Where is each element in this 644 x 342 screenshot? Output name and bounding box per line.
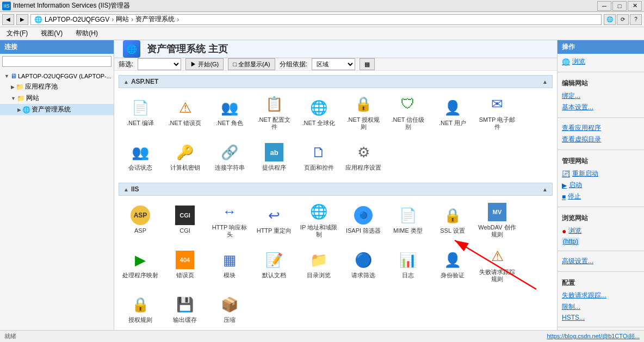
- provider-icon: ab: [265, 143, 283, 161]
- dir-browse-icon: 📁: [310, 252, 327, 269]
- left-panel-header: 连接: [0, 40, 114, 54]
- maximize-button[interactable]: □: [612, 1, 627, 11]
- icon-net-user[interactable]: 👤 .NET 用户: [431, 90, 474, 134]
- back-button[interactable]: ◀: [2, 14, 14, 25]
- icon-module[interactable]: ▦ 模块: [208, 242, 251, 286]
- icon-isapi-filter[interactable]: 🔵 ISAPI 筛选器: [342, 198, 385, 241]
- filter-start-btn[interactable]: ▶ 开始(G): [185, 58, 224, 70]
- net-role-label: .NET 角色: [216, 120, 243, 127]
- menu-file[interactable]: 文件(F): [2, 28, 32, 39]
- icon-http-redirect[interactable]: ↩ HTTP 重定向: [252, 198, 296, 241]
- ip-restrict-label: IP 地址和域限制: [300, 224, 338, 238]
- icon-pages-controls[interactable]: 🗋 页面和控件: [297, 135, 340, 178]
- icon-box-asp: ASP: [129, 204, 151, 226]
- addr-icon-1[interactable]: 🌐: [604, 14, 616, 25]
- status-bar: 就绪 https://blog.csdn.net/@b1CTOi頻...: [0, 330, 644, 342]
- icon-net-config[interactable]: 📋 .NET 配置文件: [252, 90, 296, 134]
- right-link-start[interactable]: ▶ 启动: [562, 179, 640, 191]
- left-search-input[interactable]: [2, 56, 112, 67]
- icon-box-isapi-filter: 🔵: [352, 204, 374, 226]
- icon-cgi[interactable]: CGI CGI: [163, 198, 207, 241]
- icon-net-auth[interactable]: 🔒 .NET 授权规则: [342, 90, 385, 134]
- filter-dropdown[interactable]: [138, 58, 181, 70]
- filter-group-dropdown[interactable]: 区域: [312, 58, 355, 70]
- icon-fail-req[interactable]: ⚠ 失败请求跟踪规则: [475, 242, 519, 286]
- tree-item-assets[interactable]: ▶ 🌐 资产管理系统: [0, 104, 114, 115]
- advanced-label: 高级设置...: [562, 257, 593, 266]
- tree-area: ▼ 🖥 LAPTOP-O2UQFGGV (LAPTOP-... ▶ 📁 应用程序…: [0, 69, 114, 330]
- tree-item-server[interactable]: ▼ 🖥 LAPTOP-O2UQFGGV (LAPTOP-...: [0, 71, 114, 81]
- icon-connection-str[interactable]: 🔗 连接字符串: [208, 135, 251, 178]
- section-collapse-iis[interactable]: ▲: [542, 186, 548, 192]
- fail-trace-label: 失败请求跟踪...: [562, 291, 606, 300]
- icon-asp[interactable]: ASP ASP: [119, 198, 162, 241]
- right-link-advanced[interactable]: 高级设置...: [562, 256, 640, 267]
- ip-restrict-icon: 🌐: [310, 203, 327, 220]
- section-collapse-aspnet[interactable]: ▲: [542, 79, 548, 85]
- right-link-browse-site[interactable]: 浏览: [568, 225, 581, 237]
- forward-button[interactable]: ▶: [16, 14, 28, 25]
- icon-ssl[interactable]: 🔒 SSL 设置: [431, 198, 474, 241]
- menu-bar: 文件(F) 视图(V) 帮助(H): [0, 27, 644, 40]
- icon-session[interactable]: 👥 会话状态: [119, 135, 162, 178]
- icon-net-role[interactable]: 👥 .NET 角色: [208, 90, 251, 134]
- net-trust-label: .NET 信任级别: [389, 116, 427, 130]
- right-link-fail-trace[interactable]: 失败请求跟踪...: [562, 290, 640, 301]
- icon-error-page[interactable]: 404 错误页: [163, 242, 207, 286]
- module-label: 模块: [224, 272, 236, 279]
- output-cache-icon: 💾: [176, 296, 194, 313]
- icon-auth[interactable]: 👤 身份验证: [431, 242, 474, 286]
- section-header-aspnet[interactable]: ▲ ASP.NET ▲: [119, 75, 553, 88]
- right-link-http[interactable]: (http): [562, 237, 640, 246]
- icon-webdav[interactable]: MV WebDAV 创作规则: [475, 198, 519, 241]
- filter-view-btn[interactable]: ▦: [360, 58, 375, 70]
- tree-item-websites[interactable]: ▼ 📁 网站: [0, 92, 114, 104]
- icon-req-filter[interactable]: 🔵 请求筛选: [342, 242, 385, 286]
- right-divider-2: [558, 117, 644, 118]
- right-link-limit[interactable]: 限制...: [562, 301, 640, 313]
- icon-machine-key[interactable]: 🔑 计算机密钥: [163, 135, 207, 178]
- pages-controls-icon: 🗋: [312, 144, 326, 161]
- right-link-hsts[interactable]: HSTS...: [562, 313, 640, 322]
- filter-all-btn[interactable]: □ 全部显示(A): [228, 58, 275, 70]
- right-link-view-vdirs[interactable]: 查看虚拟目录: [562, 134, 640, 145]
- right-link-basic-settings[interactable]: 基本设置...: [562, 102, 640, 113]
- icon-net-compile[interactable]: 📄 .NET 编译: [119, 90, 162, 134]
- right-link-browse[interactable]: 🌐 浏览: [562, 56, 640, 67]
- addr-icon-3[interactable]: ?: [630, 14, 642, 25]
- icon-http-headers[interactable]: ↔ HTTP 响应标头: [208, 198, 251, 241]
- right-link-view-apps[interactable]: 查看应用程序: [562, 122, 640, 134]
- address-path[interactable]: 🌐 LAPTOP-O2UQFGGV › 网站 › 资产管理系统 ›: [30, 14, 602, 25]
- icon-output-cache[interactable]: 💾 输出缓存: [163, 287, 207, 330]
- icon-dir-browse[interactable]: 📁 目录浏览: [297, 242, 340, 286]
- minimize-button[interactable]: ─: [597, 1, 611, 11]
- right-section-view: 查看应用程序 查看虚拟目录: [558, 120, 644, 147]
- icon-handler[interactable]: ▶ 处理程序映射: [119, 242, 162, 286]
- handler-icon: ▶: [135, 252, 146, 269]
- icon-authz-rules[interactable]: 🔒 授权规则: [119, 287, 162, 330]
- tree-item-apppool[interactable]: ▶ 📁 应用程序池: [0, 81, 114, 92]
- icon-ip-restrict[interactable]: 🌐 IP 地址和域限制: [297, 198, 340, 241]
- icon-smtp[interactable]: ✉ SMTP 电子邮件: [475, 90, 519, 134]
- icon-provider[interactable]: ab 提供程序: [252, 135, 296, 178]
- section-header-iis[interactable]: ▲ IIS ▲: [119, 183, 553, 196]
- compress-icon: 📦: [221, 296, 238, 313]
- close-button[interactable]: ✕: [628, 1, 642, 11]
- right-link-restart[interactable]: 🔄 重新启动: [562, 168, 640, 179]
- server-icon: 🖥: [10, 72, 17, 80]
- right-link-bind[interactable]: 绑定...: [562, 90, 640, 102]
- addr-segment-3: 资产管理系统: [135, 15, 175, 24]
- menu-help[interactable]: 帮助(H): [71, 28, 102, 39]
- menu-view[interactable]: 视图(V): [36, 28, 67, 39]
- icon-log[interactable]: 📊 日志: [386, 242, 430, 286]
- icon-net-global[interactable]: 🌐 .NET 全球化: [297, 90, 340, 134]
- icon-default-doc[interactable]: 📝 默认文档: [252, 242, 296, 286]
- icon-net-trust[interactable]: 🛡 .NET 信任级别: [386, 90, 430, 134]
- icon-net-error[interactable]: ⚠ .NET 错误页: [163, 90, 207, 134]
- section-arrow-iis: ▲: [123, 186, 129, 192]
- icon-app-settings[interactable]: ⚙ 应用程序设置: [342, 135, 385, 178]
- addr-icon-2[interactable]: ⟳: [617, 14, 629, 25]
- icon-mime[interactable]: 📄 MIME 类型: [386, 198, 430, 241]
- icon-compress[interactable]: 📦 压缩: [208, 287, 251, 330]
- right-link-stop[interactable]: ■ 停止: [562, 191, 640, 202]
